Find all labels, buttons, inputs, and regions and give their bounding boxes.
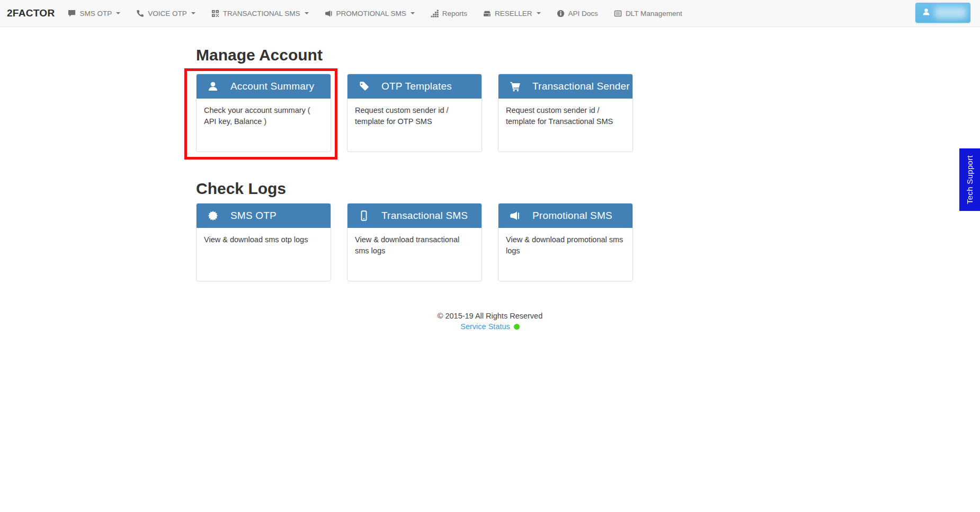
service-status-link[interactable]: Service Status <box>460 322 510 331</box>
card-header: OTP Templates <box>348 74 482 99</box>
brand-logo[interactable]: 2FACTOR <box>7 7 55 19</box>
nav-item-label: RESELLER <box>495 10 532 17</box>
card-title: Account Summary <box>230 81 314 92</box>
card-header: SMS OTP <box>197 204 331 228</box>
nav-item-sms-otp[interactable]: SMS OTP <box>60 0 128 27</box>
nav-item-label: PROMOTIONAL SMS <box>336 10 406 17</box>
nav-item-label: VOICE OTP <box>148 10 187 17</box>
copyright-text: © 2015-19 All Rights Reserved <box>0 312 980 320</box>
server-icon <box>483 10 491 17</box>
section-title-manage-account: Manage Account <box>188 46 792 65</box>
nav-item-label: Reports <box>442 10 467 17</box>
card-description: View & download transactional sms logs <box>348 228 482 263</box>
mobile-icon <box>359 210 369 221</box>
tech-support-tab[interactable]: Tech Support <box>959 148 980 211</box>
card-title: SMS OTP <box>230 210 277 222</box>
burst-icon <box>208 210 218 221</box>
nav-item-label: SMS OTP <box>79 10 112 17</box>
main-content: Manage AccountAccount SummaryCheck your … <box>188 46 792 281</box>
card-description: Check your account summary ( API key, Ba… <box>197 99 331 134</box>
redacted-username <box>934 7 966 19</box>
card-transactional-sms[interactable]: Transactional SMSView & download transac… <box>347 203 482 281</box>
cart-icon <box>510 81 520 92</box>
comment-icon <box>68 10 76 17</box>
card-promotional-sms[interactable]: Promotional SMSView & download promotion… <box>498 203 633 281</box>
card-header: Transactional SMS <box>348 204 482 228</box>
nav-item-voice-otp[interactable]: VOICE OTP <box>128 0 203 27</box>
nav-item-api-docs[interactable]: API Docs <box>549 0 606 27</box>
phone-icon <box>136 10 144 17</box>
nav-item-label: API Docs <box>568 10 598 17</box>
nav-item-reports[interactable]: Reports <box>423 0 475 27</box>
user-icon <box>922 8 930 18</box>
list-icon <box>614 10 622 17</box>
chevron-down-icon <box>116 12 120 14</box>
chart-icon <box>431 10 439 17</box>
user-account-button[interactable] <box>915 3 970 23</box>
nav-item-dlt-management[interactable]: DLT Management <box>606 0 690 27</box>
card-description: Request custom sender id / template for … <box>498 99 632 134</box>
nav-menu: SMS OTPVOICE OTPTRANSACTIONAL SMSPROMOTI… <box>60 0 690 27</box>
card-title: OTP Templates <box>381 81 452 92</box>
nav-item-promotional-sms[interactable]: PROMOTIONAL SMS <box>317 0 423 27</box>
card-description: View & download sms otp logs <box>197 228 331 252</box>
card-otp-templates[interactable]: OTP TemplatesRequest custom sender id / … <box>347 74 482 152</box>
cards-row: SMS OTPView & download sms otp logsTrans… <box>188 203 792 281</box>
user-icon <box>208 81 218 92</box>
card-transactional-sender[interactable]: Transactional SenderRequest custom sende… <box>498 74 633 152</box>
megaphone-icon <box>510 210 520 221</box>
card-header: Transactional Sender <box>498 74 632 99</box>
chevron-down-icon <box>305 12 309 14</box>
nav-item-label: DLT Management <box>626 10 682 17</box>
navbar: 2FACTOR SMS OTPVOICE OTPTRANSACTIONAL SM… <box>0 0 980 27</box>
section-title-check-logs: Check Logs <box>188 180 792 198</box>
footer: © 2015-19 All Rights Reserved Service St… <box>0 312 980 331</box>
chevron-down-icon <box>191 12 195 14</box>
nav-item-label: TRANSACTIONAL SMS <box>223 10 300 17</box>
card-header: Account Summary <box>197 74 331 99</box>
card-description: View & download promotional sms logs <box>498 228 632 263</box>
info-icon <box>557 10 565 17</box>
card-sms-otp[interactable]: SMS OTPView & download sms otp logs <box>196 203 331 281</box>
nav-item-transactional-sms[interactable]: TRANSACTIONAL SMS <box>203 0 317 27</box>
tag-icon <box>359 81 369 92</box>
chevron-down-icon <box>537 12 541 14</box>
card-title: Promotional SMS <box>532 210 612 222</box>
nav-item-reseller[interactable]: RESELLER <box>475 0 549 27</box>
chevron-down-icon <box>411 12 415 14</box>
card-title: Transactional SMS <box>381 210 468 222</box>
card-header: Promotional SMS <box>498 204 632 228</box>
cards-row: Account SummaryCheck your account summar… <box>188 74 792 152</box>
megaphone-icon <box>325 10 333 17</box>
card-description: Request custom sender id / template for … <box>348 99 482 134</box>
card-account-summary[interactable]: Account SummaryCheck your account summar… <box>196 74 331 152</box>
qrcode-icon <box>211 10 219 17</box>
card-title: Transactional Sender <box>532 81 630 92</box>
status-green-dot <box>514 324 520 330</box>
